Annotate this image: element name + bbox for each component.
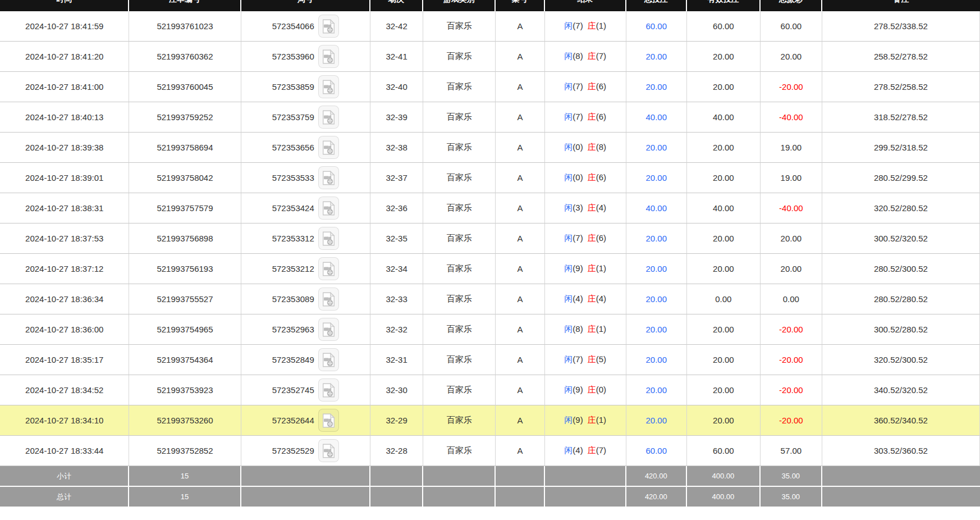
remark-cell: 303.52/360.52 — [822, 436, 980, 466]
column-header-result[interactable]: 结果 — [545, 0, 626, 11]
video-replay-button[interactable] — [318, 288, 339, 311]
round-number-cell: 572352644 — [241, 405, 370, 436]
video-replay-button[interactable] — [318, 227, 339, 250]
video-replay-button[interactable] — [318, 106, 339, 129]
table-row[interactable]: 2024-10-27 18:36:34521993755527572353089… — [0, 284, 980, 314]
column-header-session[interactable]: 场次 — [370, 0, 423, 11]
total-bet-link[interactable]: 20.00 — [646, 173, 667, 183]
payout-cell: 60.00 — [761, 11, 822, 42]
session-cell: 32-42 — [370, 11, 423, 42]
table-row[interactable]: 2024-10-27 18:34:52521993753923572352745… — [0, 375, 980, 405]
total-bet-link[interactable]: 20.00 — [646, 385, 667, 395]
game-type-cell: 百家乐 — [423, 405, 496, 436]
result-cell: 闲(7)庄(6) — [545, 72, 626, 102]
header-row: 时间注单编号局号场次游戏类别桌号结果总投注有效投注总派彩备注 — [0, 0, 980, 11]
total-bet-link[interactable]: 20.00 — [646, 416, 667, 425]
video-replay-button[interactable] — [318, 378, 339, 402]
player-count: (4) — [573, 445, 583, 455]
table-row[interactable]: 2024-10-27 18:39:38521993758694572353656… — [0, 133, 980, 163]
player-label: 闲 — [564, 415, 573, 425]
column-header-game_type[interactable]: 游戏类别 — [423, 0, 496, 11]
video-file-icon — [322, 80, 335, 94]
valid-bet-cell: 20.00 — [687, 72, 761, 102]
video-file-icon — [322, 353, 335, 367]
total-bet-link[interactable]: 20.00 — [646, 355, 667, 364]
column-header-round_no[interactable]: 局号 — [241, 0, 370, 11]
total-bet-link[interactable]: 20.00 — [646, 264, 667, 273]
player-count: (7) — [573, 21, 583, 30]
video-replay-button[interactable] — [318, 166, 339, 189]
valid-bet-cell: 60.00 — [687, 11, 761, 42]
video-replay-button[interactable] — [318, 15, 339, 38]
round-number-cell: 572353656 — [241, 133, 370, 163]
table-row[interactable]: 2024-10-27 18:39:01521993758042572353533… — [0, 163, 980, 193]
column-header-valid_bet[interactable]: 有效投注 — [687, 0, 761, 11]
video-replay-button[interactable] — [318, 45, 339, 68]
video-replay-button[interactable] — [318, 318, 339, 341]
total-bet-link[interactable]: 20.00 — [646, 234, 667, 243]
subtotal-row: 小计15420.00400.0035.00 — [0, 466, 980, 487]
video-file-icon — [322, 322, 335, 337]
order-number-cell: 521993757579 — [129, 193, 241, 223]
total-bet-link[interactable]: 40.00 — [646, 203, 667, 213]
session-cell: 32-28 — [370, 436, 423, 466]
total-bet-cell: 40.00 — [626, 102, 687, 133]
total-bet-link[interactable]: 20.00 — [646, 325, 667, 334]
banker-label: 庄 — [588, 172, 596, 182]
player-count: (7) — [573, 81, 583, 91]
video-replay-button[interactable] — [318, 439, 339, 462]
session-cell: 32-41 — [370, 42, 423, 72]
table-row[interactable]: 2024-10-27 18:38:31521993757579572353424… — [0, 193, 980, 223]
total-bet-link[interactable]: 20.00 — [646, 82, 667, 92]
column-header-remark[interactable]: 备注 — [822, 0, 980, 11]
video-replay-button[interactable] — [318, 75, 339, 98]
video-replay-button[interactable] — [318, 136, 339, 159]
game-type-cell: 百家乐 — [423, 314, 496, 345]
round-number: 572353533 — [272, 173, 314, 183]
remark-cell: 360.52/340.52 — [822, 405, 980, 436]
footer-game-type-cell — [423, 487, 496, 507]
video-replay-button[interactable] — [318, 409, 339, 432]
video-replay-button[interactable] — [318, 348, 339, 371]
total-bet-link[interactable]: 60.00 — [646, 446, 667, 455]
player-label: 闲 — [564, 445, 573, 455]
column-header-total_bet[interactable]: 总投注 — [626, 0, 687, 11]
video-replay-button[interactable] — [318, 197, 339, 220]
payout-cell: 20.00 — [761, 254, 822, 284]
column-header-table_no[interactable]: 桌号 — [496, 0, 544, 11]
time-cell: 2024-10-27 18:35:17 — [0, 345, 129, 375]
player-count: (7) — [573, 112, 583, 121]
table-row[interactable]: 2024-10-27 18:40:13521993759252572353759… — [0, 102, 980, 133]
total-bet-link[interactable]: 60.00 — [646, 21, 667, 31]
total-bet-link[interactable]: 20.00 — [646, 294, 667, 304]
video-file-icon — [322, 49, 335, 64]
banker-label: 庄 — [588, 233, 596, 243]
table-row[interactable]: 2024-10-27 18:41:00521993760045572353859… — [0, 72, 980, 102]
table-number-cell: A — [496, 102, 544, 133]
table-row[interactable]: 2024-10-27 18:35:17521993754364572352849… — [0, 345, 980, 375]
session-cell: 32-38 — [370, 133, 423, 163]
column-header-time[interactable]: 时间 — [0, 0, 129, 11]
table-row[interactable]: 2024-10-27 18:37:12521993756193572353212… — [0, 254, 980, 284]
payout-cell: -20.00 — [761, 405, 822, 436]
total-bet-link[interactable]: 20.00 — [646, 52, 667, 61]
payout-cell: 0.00 — [761, 284, 822, 314]
table-row-highlighted[interactable]: 2024-10-27 18:34:10521993753260572352644… — [0, 405, 980, 436]
table-number-cell: A — [496, 163, 544, 193]
result-cell: 闲(8)庄(1) — [545, 314, 626, 345]
table-row[interactable]: 2024-10-27 18:37:53521993756898572353312… — [0, 223, 980, 254]
table-row[interactable]: 2024-10-27 18:36:00521993754965572352963… — [0, 314, 980, 345]
video-file-icon — [322, 201, 335, 216]
column-header-payout[interactable]: 总派彩 — [761, 0, 822, 11]
result-cell: 闲(9)庄(1) — [545, 405, 626, 436]
table-row[interactable]: 2024-10-27 18:41:20521993760362572353960… — [0, 42, 980, 72]
total-bet-link[interactable]: 20.00 — [646, 143, 667, 152]
round-number-cell: 572354066 — [241, 11, 370, 42]
player-count: (8) — [573, 51, 583, 61]
total-bet-link[interactable]: 40.00 — [646, 112, 667, 122]
column-header-order_no[interactable]: 注单编号 — [129, 0, 241, 11]
table-row[interactable]: 2024-10-27 18:33:44521993752852572352529… — [0, 436, 980, 466]
video-replay-button[interactable] — [318, 257, 339, 280]
table-row[interactable]: 2024-10-27 18:41:59521993761023572354066… — [0, 11, 980, 42]
video-file-icon — [322, 171, 335, 185]
